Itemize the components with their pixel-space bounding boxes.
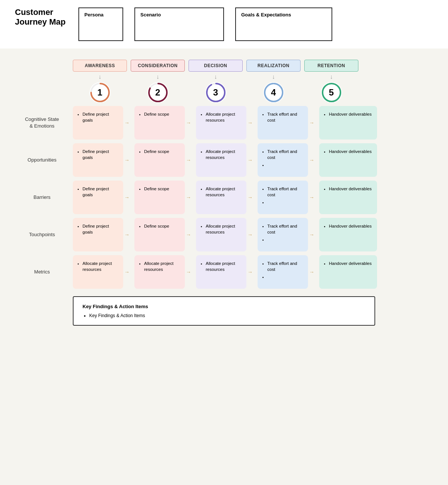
stage-header-consideration: CONSIDERATION: [131, 60, 185, 72]
stage-circle-1: 1: [90, 82, 111, 103]
list-item: [267, 274, 304, 280]
arrow-connector: →: [185, 269, 192, 275]
circle-row: 1 2 3: [73, 82, 437, 103]
stage-header-realization: REALIZATION: [246, 60, 301, 72]
arrow-connector: →: [123, 157, 131, 163]
grid-cell: Allocate project resources: [196, 106, 246, 140]
goals-box: Goals & Expectations: [235, 7, 332, 41]
main-grid: AWARENESS CONSIDERATION DECISION REALIZA…: [0, 48, 448, 344]
list-item: Define project goals: [83, 186, 119, 198]
grid-row: OpportunitiesDefine project goals→Define…: [11, 143, 437, 177]
findings-item: Key Findings & Action Items: [89, 313, 365, 318]
grid-cell: Handover deliverables: [319, 218, 377, 251]
arrow-row: ↓ ↓ ↓ ↓ ↓: [73, 73, 437, 81]
grid-cell: Define scope: [134, 106, 185, 140]
svg-point-8: [323, 84, 340, 101]
arrow-connector: →: [246, 157, 254, 163]
grid-cell: Allocate project resources: [134, 255, 185, 289]
list-item: [267, 199, 304, 205]
list-item: Allocate project resources: [206, 111, 243, 123]
stage-circle-3: 3: [205, 82, 226, 103]
findings-title: Key Findings & Action Items: [83, 304, 365, 309]
row-label: Metrics: [11, 255, 73, 289]
grid-cell: Allocate project resources: [73, 255, 123, 289]
scenario-box: Scenario: [134, 7, 224, 41]
list-item: Allocate project resources: [206, 223, 243, 235]
row-label: Cognitiive State & Emotions: [11, 106, 73, 140]
grid-cell: Handover deliverables: [319, 106, 377, 140]
row-label: Touchpoints: [11, 218, 73, 251]
stage-circle-4: 4: [263, 82, 284, 103]
svg-point-7: [265, 84, 283, 101]
grid-cell: Define project goals: [73, 181, 123, 214]
grid-cell: Track effort and cost: [258, 255, 308, 289]
list-item: Track effort and cost: [267, 111, 304, 123]
stage-circle-2: 2: [147, 82, 168, 103]
list-item: Track effort and cost: [267, 223, 304, 235]
svg-point-5: [207, 84, 225, 101]
arrow-connector: →: [123, 232, 131, 238]
arrow-connector: →: [308, 232, 315, 238]
list-item: Define project goals: [83, 223, 119, 235]
page-title: Customer Journey Map: [15, 7, 67, 27]
stage-circle-5: 5: [321, 82, 342, 103]
list-item: Define project goals: [83, 111, 119, 123]
row-label: Barriers: [11, 181, 73, 214]
grid-row: TouchpointsDefine project goals→Define s…: [11, 218, 437, 251]
list-item: Allocate project resources: [206, 148, 243, 160]
list-item: Track effort and cost: [267, 148, 304, 160]
list-item: Define project goals: [83, 148, 119, 160]
persona-box: Persona: [78, 7, 123, 41]
grid-cell: Define project goals: [73, 106, 123, 140]
row-label: Opportunities: [11, 143, 73, 177]
grid-cell: Handover deliverables: [319, 255, 377, 289]
grid-cell: Define project goals: [73, 143, 123, 177]
arrow-connector: →: [308, 269, 315, 275]
grid-cell: Define scope: [134, 181, 185, 214]
list-item: Handover deliverables: [329, 111, 373, 117]
grid-cell: Define scope: [134, 143, 185, 177]
arrow-connector: →: [246, 120, 254, 126]
list-item: Allocate project resources: [206, 260, 243, 272]
stage-header-retention: RETENTION: [304, 60, 358, 72]
list-item: Track effort and cost: [267, 186, 304, 198]
grid-cell: Define project goals: [73, 218, 123, 251]
list-item: Define scope: [144, 186, 181, 192]
list-item: Allocate project resources: [144, 260, 181, 272]
grid-cell: Handover deliverables: [319, 181, 377, 214]
grid-row: BarriersDefine project goals→Define scop…: [11, 181, 437, 214]
grid-cell: Define scope: [134, 218, 185, 251]
cells-container: Define project goals→Define scope→Alloca…: [73, 143, 437, 177]
list-item: Handover deliverables: [329, 223, 373, 229]
grid-cell: Allocate project resources: [196, 143, 246, 177]
stage-header-decision: DECISION: [189, 60, 243, 72]
arrow-connector: →: [308, 194, 315, 200]
grid-row: MetricsAllocate project resources→Alloca…: [11, 255, 437, 289]
list-item: Handover deliverables: [329, 148, 373, 154]
grid-cell: Track effort and cost: [258, 106, 308, 140]
list-item: Define scope: [144, 148, 181, 154]
list-item: Handover deliverables: [329, 260, 373, 266]
arrow-connector: →: [123, 269, 131, 275]
arrow-connector: →: [246, 232, 254, 238]
arrow-connector: →: [246, 269, 254, 275]
arrow-connector: →: [246, 194, 254, 200]
header-section: Customer Journey Map Persona Scenario Go…: [0, 0, 448, 48]
cells-container: Define project goals→Define scope→Alloca…: [73, 181, 437, 214]
arrow-connector: →: [123, 120, 131, 126]
cells-container: Allocate project resources→Allocate proj…: [73, 255, 437, 289]
arrow-connector: →: [185, 120, 192, 126]
arrow-connector: →: [185, 232, 192, 238]
list-item: [267, 162, 304, 168]
list-item: [267, 237, 304, 242]
findings-section: Key Findings & Action Items Key Findings…: [73, 296, 375, 326]
list-item: Allocate project resources: [83, 260, 119, 272]
stage-headers-row: AWARENESS CONSIDERATION DECISION REALIZA…: [73, 60, 437, 72]
grid-rows: Cognitiive State & EmotionsDefine projec…: [11, 106, 437, 289]
grid-cell: Track effort and cost: [258, 143, 308, 177]
grid-cell: Handover deliverables: [319, 143, 377, 177]
arrow-connector: →: [123, 194, 131, 200]
list-item: Define scope: [144, 223, 181, 229]
arrow-connector: →: [185, 194, 192, 200]
cells-container: Define project goals→Define scope→Alloca…: [73, 218, 437, 251]
